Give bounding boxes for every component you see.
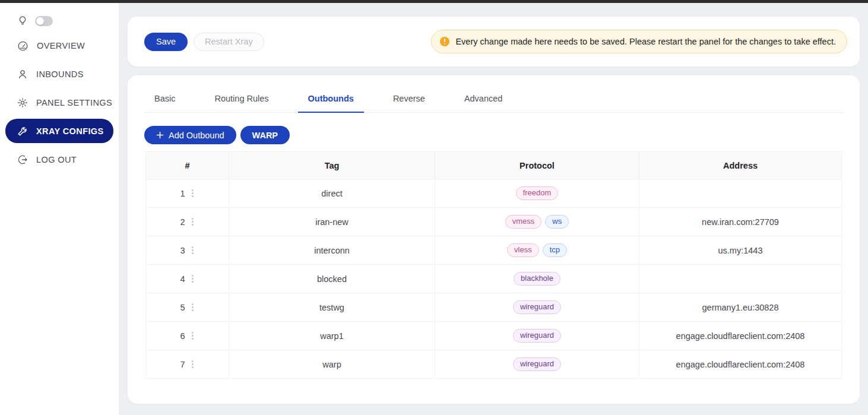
toolbar-card: Save Restart Xray Every change made here…	[128, 17, 860, 66]
toggle-knob	[36, 17, 44, 25]
sidebar-item-overview[interactable]: OVERVIEW	[0, 31, 119, 60]
protocol-badge: wireguard	[513, 357, 561, 371]
sidebar-menu: OVERVIEWINBOUNDSPANEL SETTINGSXRAY CONFI…	[0, 31, 119, 174]
outbound-address: new.iran.com:27709	[639, 208, 842, 236]
outbound-address: engage.cloudflareclient.com:2408	[639, 350, 842, 379]
outbound-protocol: blackhole	[435, 265, 639, 293]
sidebar-item-label: OVERVIEW	[37, 41, 85, 50]
table-row: 3interconnvlesstcpus.my:1443	[146, 236, 842, 265]
row-number-cell: 6	[180, 331, 194, 341]
protocol-badge: vmess	[505, 215, 542, 229]
col-header-num: #	[146, 152, 229, 179]
user-icon	[17, 69, 28, 80]
outbound-protocol: vmessws	[435, 208, 639, 236]
config-tabs: BasicRouting RulesOutboundsReverseAdvanc…	[144, 75, 843, 113]
table-row: 6warp1wireguardengage.cloudflareclient.c…	[146, 322, 842, 350]
configs-card: BasicRouting RulesOutboundsReverseAdvanc…	[128, 75, 860, 404]
row-number-cell: 7	[180, 359, 194, 369]
outbound-protocol: wireguard	[435, 293, 639, 322]
tab-basic[interactable]: Basic	[144, 94, 185, 112]
outbound-protocol: wireguard	[435, 350, 639, 379]
col-header-tag: Tag	[229, 152, 435, 179]
row-number: 1	[180, 189, 185, 198]
add-outbound-button[interactable]: Add Outbound	[144, 126, 236, 144]
outbound-tag: iran-new	[229, 208, 435, 236]
table-row: 5testwgwireguardgermany1.eu:30828	[146, 293, 842, 322]
row-number-cell: 3	[180, 245, 194, 255]
sidebar-item-inbounds[interactable]: INBOUNDS	[0, 60, 119, 88]
protocol-badge: tcp	[543, 243, 567, 257]
outbound-tag: warp	[229, 350, 435, 379]
sidebar-item-label: PANEL SETTINGS	[36, 98, 112, 107]
outbound-tag: interconn	[229, 236, 435, 265]
protocol-badge: wireguard	[513, 329, 561, 343]
tab-reverse[interactable]: Reverse	[383, 94, 435, 112]
row-number: 4	[180, 274, 185, 284]
outbound-address	[639, 265, 842, 293]
row-menu-handle-icon[interactable]	[191, 359, 195, 369]
sidebar-item-label: INBOUNDS	[36, 69, 84, 79]
col-header-address: Address	[639, 152, 842, 179]
row-number: 6	[180, 331, 185, 341]
outbounds-table: # Tag Protocol Address 1directfreedom2ir…	[145, 151, 842, 379]
tab-routing-rules[interactable]: Routing Rules	[204, 94, 278, 112]
alert-text: Every change made here needs to be saved…	[455, 37, 836, 46]
outbound-protocol: vlesstcp	[435, 236, 639, 265]
row-menu-handle-icon[interactable]	[191, 217, 195, 227]
outbound-tag: warp1	[229, 322, 435, 350]
sidebar-item-label: LOG OUT	[36, 155, 77, 164]
outbound-actions: Add Outbound WARP	[144, 126, 843, 144]
bulb-icon	[17, 15, 28, 26]
outbound-address: engage.cloudflareclient.com:2408	[639, 322, 842, 350]
outbound-tag: direct	[229, 179, 435, 208]
wrench-icon	[17, 126, 28, 137]
warp-button[interactable]: WARP	[240, 126, 290, 144]
add-outbound-label: Add Outbound	[169, 131, 224, 140]
row-number-cell: 4	[180, 274, 194, 284]
row-menu-handle-icon[interactable]	[191, 245, 195, 255]
outbound-address: us.my:1443	[639, 236, 842, 265]
row-menu-handle-icon[interactable]	[191, 188, 195, 198]
plus-icon	[156, 131, 164, 139]
logout-icon	[17, 154, 28, 165]
row-menu-handle-icon[interactable]	[191, 274, 195, 284]
outbound-protocol: wireguard	[435, 322, 639, 350]
row-number-cell: 2	[180, 217, 194, 227]
restart-xray-button[interactable]: Restart Xray	[194, 33, 264, 51]
row-menu-handle-icon[interactable]	[191, 331, 195, 341]
dashboard-icon	[17, 40, 28, 52]
main-area: Save Restart Xray Every change made here…	[119, 3, 868, 415]
protocol-badge: ws	[545, 215, 569, 229]
row-menu-handle-icon[interactable]	[191, 302, 195, 312]
sidebar: OVERVIEWINBOUNDSPANEL SETTINGSXRAY CONFI…	[0, 3, 119, 415]
row-number: 3	[180, 246, 185, 255]
outbound-tag: testwg	[229, 293, 435, 322]
row-number: 2	[180, 217, 185, 227]
unsaved-changes-alert: Every change made here needs to be saved…	[431, 30, 847, 53]
toolbar-buttons: Save Restart Xray	[144, 33, 264, 51]
protocol-badge: blackhole	[514, 272, 560, 286]
app-screen: OVERVIEWINBOUNDSPANEL SETTINGSXRAY CONFI…	[0, 0, 868, 415]
warning-icon	[440, 37, 449, 46]
sidebar-item-log-out[interactable]: LOG OUT	[0, 145, 119, 174]
outbound-tag: blocked	[229, 265, 435, 293]
theme-row	[0, 3, 119, 31]
outbounds-table-wrap: # Tag Protocol Address 1directfreedom2ir…	[145, 151, 842, 379]
sidebar-item-label: XRAY CONFIGS	[36, 126, 104, 136]
gear-icon	[17, 97, 28, 108]
protocol-badge: wireguard	[513, 300, 561, 314]
row-number: 7	[180, 360, 185, 369]
table-row: 7warpwireguardengage.cloudflareclient.co…	[146, 350, 842, 379]
theme-toggle[interactable]	[35, 16, 53, 26]
save-button[interactable]: Save	[144, 33, 188, 51]
table-header-row: # Tag Protocol Address	[146, 152, 842, 179]
row-number-cell: 1	[180, 188, 194, 198]
tab-outbounds[interactable]: Outbounds	[298, 94, 364, 112]
sidebar-item-panel-settings[interactable]: PANEL SETTINGS	[0, 88, 119, 117]
row-number: 5	[180, 303, 185, 312]
table-row: 1directfreedom	[146, 179, 842, 208]
table-row: 2iran-newvmesswsnew.iran.com:27709	[146, 208, 842, 236]
sidebar-item-xray-configs[interactable]: XRAY CONFIGS	[5, 119, 113, 143]
outbound-protocol: freedom	[435, 179, 639, 208]
tab-advanced[interactable]: Advanced	[454, 94, 513, 112]
